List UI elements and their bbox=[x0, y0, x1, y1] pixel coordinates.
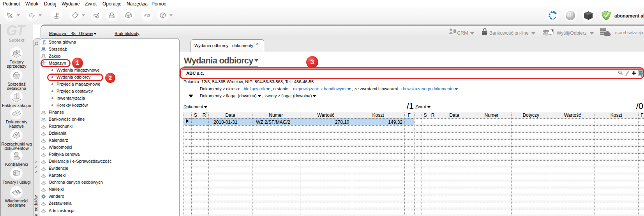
svg-text:?: ? bbox=[162, 13, 164, 18]
